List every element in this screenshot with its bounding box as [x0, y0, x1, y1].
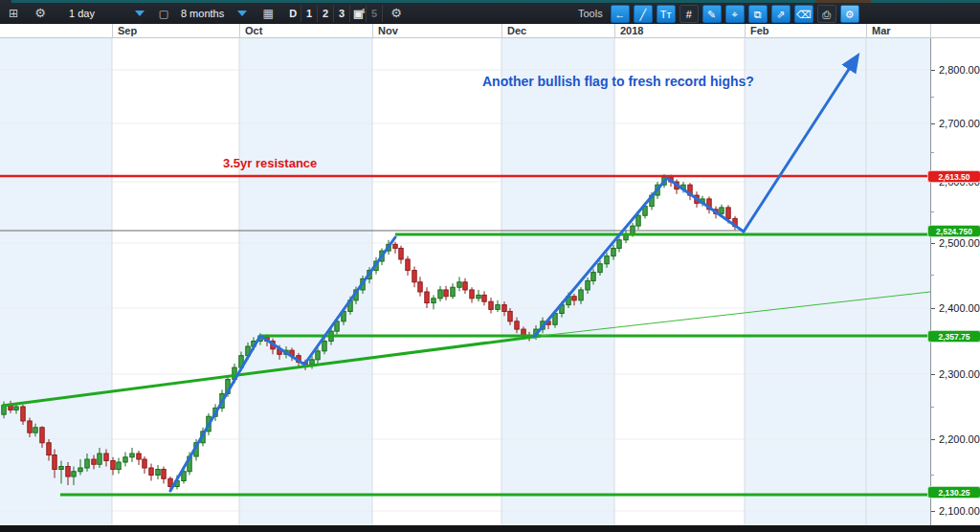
bottom-bar	[0, 525, 980, 532]
price-chart-area[interactable]: Another bullish flag to fresh record hig…	[0, 38, 930, 525]
axis-minor-tick	[931, 407, 934, 408]
axis-tick	[931, 374, 935, 375]
axis-minor-tick	[931, 97, 934, 98]
measure-icon[interactable]: ⌖	[725, 5, 745, 23]
pattern-grid-icon[interactable]: #	[679, 5, 699, 23]
axis-tick	[931, 439, 935, 440]
tools-label: Tools	[578, 8, 603, 19]
save-layout-number: 4	[361, 3, 365, 20]
layout-button-3[interactable]: 3	[334, 5, 350, 22]
print-icon[interactable]: ⎙	[817, 5, 836, 23]
axis-price-label: 2,400.00	[939, 302, 980, 314]
range-dropdown[interactable]: 8 months	[181, 8, 247, 19]
eraser-icon[interactable]: ⌫	[794, 5, 813, 23]
trading-platform-window: ⊞ ⚙ 1 day ▢ 8 months ▦ D123 ▣ 4 5 ⚙ Tool…	[0, 0, 980, 532]
chevron-down-icon	[135, 11, 145, 16]
month-label-mar: Mar	[872, 25, 891, 36]
calendar-icon[interactable]: ▦	[258, 4, 278, 23]
month-divider	[745, 24, 746, 38]
layout-grid-icon[interactable]: ⊞	[4, 4, 23, 23]
axis-price-label: 2,700.00	[939, 118, 980, 129]
axis-price-label: 2,300.00	[939, 368, 980, 380]
save-layout-button[interactable]: ▣ 4	[350, 5, 367, 22]
price-level-badge: 2,357.75	[927, 330, 980, 343]
month-divider	[501, 24, 502, 38]
timeframe-value: 1 day	[69, 8, 95, 19]
gear-icon[interactable]: ⚙	[387, 4, 406, 23]
chart-settings-icon[interactable]: ⚙	[840, 5, 859, 23]
month-divider	[239, 24, 240, 38]
chart-toolbar: ⊞ ⚙ 1 day ▢ 8 months ▦ D123 ▣ 4 5 ⚙ Tool…	[0, 0, 980, 24]
month-divider	[372, 24, 373, 38]
axis-price-label: 2,100.00	[939, 505, 980, 517]
price-level-badge: 2,613.50	[927, 170, 980, 183]
candlestick-chart[interactable]	[0, 38, 930, 525]
chevron-down-icon	[237, 11, 247, 16]
draw-pencil-icon[interactable]: ✎	[702, 5, 722, 23]
price-level-badge: 2,524.750	[927, 225, 980, 237]
month-divider	[614, 24, 615, 38]
month-divider	[930, 24, 931, 38]
range-value: 8 months	[181, 8, 224, 19]
layout-button-d[interactable]: D	[285, 5, 301, 22]
timeframe-dropdown[interactable]: 1 day	[69, 8, 145, 19]
month-label-nov: Nov	[378, 25, 398, 36]
axis-price-label: 2,800.00	[939, 64, 980, 76]
month-label-feb: Feb	[750, 25, 769, 36]
duplicate-icon[interactable]: ⧉	[748, 5, 768, 23]
axis-tick	[931, 243, 935, 244]
axis-minor-tick	[931, 475, 934, 476]
time-axis-header[interactable]: SepOctNovDec2018FebMar	[0, 24, 980, 38]
price-level-badge: 2,130.25	[927, 486, 980, 499]
month-label-dec: Dec	[507, 25, 526, 36]
pattern-scanner-icon[interactable]: ⇗	[771, 5, 791, 23]
price-axis[interactable]: 2,800.002,700.002,600.002,500.002,400.00…	[930, 38, 980, 525]
month-label-oct: Oct	[245, 25, 262, 36]
layout-button-1[interactable]: 1	[301, 5, 318, 22]
gear-icon[interactable]: ⚙	[31, 4, 50, 23]
layout-button-5[interactable]: 5	[367, 5, 383, 22]
month-divider	[112, 24, 113, 38]
axis-tick	[931, 70, 935, 71]
month-label-2018: 2018	[620, 25, 643, 36]
axis-tick	[931, 123, 935, 124]
axis-minor-tick	[931, 152, 934, 153]
new-page-icon[interactable]: ▢	[154, 4, 173, 23]
resistance-annotation[interactable]: 3.5yr resistance	[223, 156, 317, 170]
undo-icon[interactable]: ←	[611, 5, 630, 23]
axis-minor-tick	[931, 275, 934, 276]
trendline-icon[interactable]: ╱	[634, 5, 653, 23]
layout-button-2[interactable]: 2	[318, 5, 334, 22]
axis-tick	[931, 308, 935, 309]
text-tool-icon[interactable]: Tт	[657, 5, 676, 23]
month-divider	[866, 24, 867, 38]
axis-price-label: 2,500.00	[939, 237, 980, 249]
bullish-flag-annotation[interactable]: Another bullish flag to fresh record hig…	[482, 74, 754, 89]
axis-tick	[931, 511, 935, 512]
month-label-sep: Sep	[118, 25, 137, 36]
axis-minor-tick	[931, 211, 934, 212]
axis-price-label: 2,200.00	[939, 433, 980, 445]
